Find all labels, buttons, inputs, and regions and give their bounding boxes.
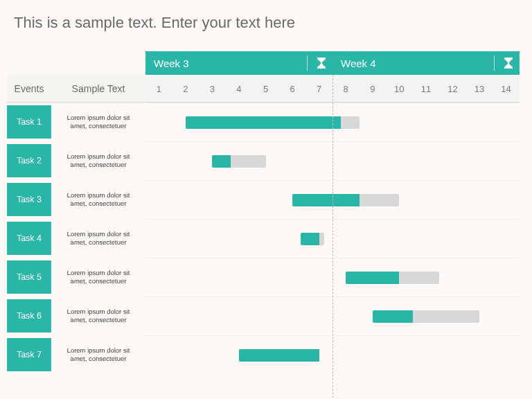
scale-tick: 5: [252, 76, 279, 102]
gantt-bar-total: [212, 155, 265, 168]
scale-tick: 11: [413, 76, 440, 102]
scale-tick: 12: [439, 76, 466, 102]
gantt-bar-progress: [346, 272, 399, 284]
task-chip: Task 4: [7, 222, 51, 255]
table-row: Task 1Lorem ipsum dolor sit amet, consec…: [7, 103, 520, 141]
gantt-bar-progress: [301, 233, 319, 245]
task-description: Lorem ipsum dolor sit amet, consectetuer: [51, 152, 145, 169]
hourglass-icon: [316, 57, 327, 69]
scale-tick: 14: [493, 76, 520, 102]
week-label: Week 4: [341, 57, 376, 69]
gantt-bar-progress: [373, 310, 413, 323]
table-row: Task 4Lorem ipsum dolor sit amet, consec…: [7, 219, 520, 258]
left-header: Events Sample Text: [7, 75, 145, 103]
table-row: Task 5Lorem ipsum dolor sit amet, consec…: [7, 258, 520, 296]
week-label: Week 3: [154, 57, 189, 69]
gantt-rows: Task 1Lorem ipsum dolor sit amet, consec…: [7, 103, 520, 374]
task-description: Lorem ipsum dolor sit amet, consectetuer: [51, 191, 145, 208]
gantt-bar-progress: [212, 155, 231, 168]
description-column-header: Sample Text: [51, 75, 145, 102]
task-chip: Task 7: [7, 338, 51, 371]
gantt-bar-total: [301, 233, 325, 245]
table-row: Task 7Lorem ipsum dolor sit amet, consec…: [7, 335, 520, 374]
task-description: Lorem ipsum dolor sit amet, consectetuer: [51, 269, 145, 285]
gantt-bar-progress: [186, 116, 341, 129]
scale-tick: 9: [360, 76, 387, 102]
hourglass-icon: [503, 57, 514, 69]
gantt-bar-progress: [239, 349, 319, 362]
task-description: Lorem ipsum dolor sit amet, consectetuer: [51, 114, 145, 130]
events-column-header: Events: [7, 75, 51, 102]
scale-tick: 3: [199, 76, 226, 102]
scale-tick: 2: [172, 76, 200, 102]
table-row: Task 3Lorem ipsum dolor sit amet, consec…: [7, 180, 520, 219]
gantt-bar-total: [373, 310, 479, 323]
week-header: Week 3: [145, 51, 332, 75]
scale-tick: 13: [466, 76, 493, 102]
week-divider: [332, 75, 333, 398]
scale-tick: 4: [226, 76, 253, 102]
scale-tick: 1: [145, 76, 172, 102]
task-description: Lorem ipsum dolor sit amet, consectetuer: [51, 346, 145, 363]
table-row: Task 2Lorem ipsum dolor sit amet, consec…: [7, 141, 520, 180]
gantt-bar-progress: [292, 194, 359, 206]
task-chip: Task 3: [7, 183, 51, 216]
task-description: Lorem ipsum dolor sit amet, consectetuer: [51, 230, 145, 247]
scale-tick: 10: [386, 76, 413, 102]
task-chip: Task 1: [7, 105, 51, 139]
scale-tick: 8: [332, 76, 360, 102]
gantt-chart: Week 3Week 4 1234567891011121314 Events …: [7, 51, 520, 384]
table-row: Task 6Lorem ipsum dolor sit amet, consec…: [7, 296, 520, 335]
gantt-bar-total: [292, 194, 399, 206]
week-header: Week 4: [332, 51, 520, 75]
week-headers: Week 3Week 4: [145, 51, 520, 75]
page-title: This is a sample text. Enter your text h…: [14, 14, 525, 32]
scale-tick: 7: [305, 76, 332, 102]
task-chip: Task 5: [7, 260, 51, 294]
gantt-bar-total: [239, 349, 319, 362]
task-chip: Task 2: [7, 144, 51, 177]
task-description: Lorem ipsum dolor sit amet, consectetuer: [51, 308, 145, 324]
gantt-bar-total: [346, 272, 439, 284]
task-chip: Task 6: [7, 299, 51, 332]
scale-tick: 6: [279, 76, 306, 102]
